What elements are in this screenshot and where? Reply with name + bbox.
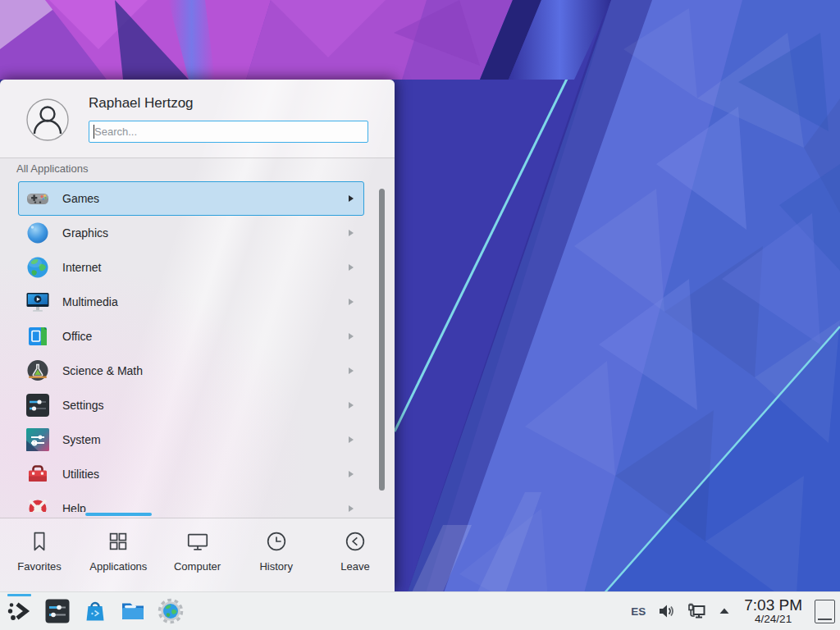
category-row-office[interactable]: Office xyxy=(18,319,364,354)
taskbar: ES 7:03 PM 4/24/21 xyxy=(0,591,840,630)
category-label: Science & Math xyxy=(62,364,143,377)
system-settings-button[interactable] xyxy=(44,598,71,624)
leave-icon xyxy=(343,529,368,554)
tab-label: History xyxy=(259,560,292,573)
category-label: Utilities xyxy=(62,468,99,481)
category-label: Help xyxy=(62,502,86,512)
tab-applications[interactable]: Applications xyxy=(79,518,158,592)
history-clock-icon xyxy=(264,529,289,554)
submenu-arrow-icon xyxy=(349,264,354,271)
category-label: Games xyxy=(62,192,99,205)
games-icon xyxy=(25,185,51,212)
category-label: Internet xyxy=(62,261,101,274)
internet-globe-icon xyxy=(25,254,51,281)
section-label-all-applications: All Applications xyxy=(16,162,395,175)
dolphin-button[interactable] xyxy=(120,598,146,624)
launcher-tabbar: Favorites Applications C xyxy=(0,518,395,592)
category-row-multimedia[interactable]: Multimedia xyxy=(18,285,364,319)
submenu-arrow-icon xyxy=(349,368,354,374)
bookmark-icon xyxy=(27,529,52,554)
show-desktop-button[interactable] xyxy=(815,600,835,623)
category-label: Settings xyxy=(62,399,104,412)
computer-icon xyxy=(185,529,210,554)
office-document-icon xyxy=(25,323,51,349)
tray-expander-caret-up-icon[interactable] xyxy=(717,604,732,619)
system-tray: ES 7:03 PM 4/24/21 xyxy=(631,592,835,630)
submenu-arrow-icon xyxy=(349,471,354,477)
graphics-sphere-icon xyxy=(25,220,51,246)
active-tab-indicator xyxy=(85,513,152,516)
submenu-arrow-icon xyxy=(349,299,354,305)
submenu-arrow-icon xyxy=(349,230,354,236)
volume-icon[interactable] xyxy=(656,601,676,621)
search-field xyxy=(89,121,368,143)
application-launcher: Raphael Hertzog All Applications xyxy=(0,80,395,592)
launcher-header: Raphael Hertzog xyxy=(0,80,395,158)
tab-label: Computer xyxy=(174,560,221,573)
digital-clock[interactable]: 7:03 PM 4/24/21 xyxy=(744,597,802,625)
submenu-arrow-icon xyxy=(349,333,354,340)
keyboard-layout-indicator[interactable]: ES xyxy=(631,605,646,618)
utilities-toolbox-icon xyxy=(25,461,51,487)
tab-label: Leave xyxy=(340,560,369,573)
help-lifesaver-icon xyxy=(25,495,51,512)
submenu-arrow-icon xyxy=(349,505,354,512)
desktop: Raphael Hertzog All Applications xyxy=(0,0,840,630)
browser-globe-icon xyxy=(158,598,184,624)
submenu-arrow-icon xyxy=(349,402,354,409)
tab-computer[interactable]: Computer xyxy=(158,518,236,592)
app-grid-icon xyxy=(106,529,130,554)
category-label: Graphics xyxy=(62,226,108,240)
category-row-settings[interactable]: Settings xyxy=(18,388,364,422)
network-icon[interactable] xyxy=(687,601,706,621)
app-launcher-button[interactable] xyxy=(7,598,33,624)
category-row-system[interactable]: System xyxy=(18,422,364,457)
category-row-internet[interactable]: Internet xyxy=(18,250,364,285)
category-label: Multimedia xyxy=(62,295,118,308)
science-flask-icon xyxy=(25,358,51,384)
clock-date: 4/24/21 xyxy=(744,614,802,625)
settings-sliders-icon xyxy=(25,392,51,418)
submenu-arrow-icon xyxy=(349,436,354,443)
tab-label: Favorites xyxy=(17,560,61,573)
discover-icon xyxy=(82,598,108,624)
category-row-games[interactable]: Games xyxy=(18,181,364,216)
user-avatar-icon[interactable] xyxy=(26,98,69,141)
browser-button[interactable] xyxy=(158,598,184,624)
user-name: Raphael Hertzog xyxy=(89,95,194,112)
tab-leave[interactable]: Leave xyxy=(316,518,395,592)
dolphin-icon xyxy=(120,598,146,624)
text-caret xyxy=(94,125,94,139)
system-settings-icon xyxy=(44,598,71,624)
clock-time: 7:03 PM xyxy=(744,597,802,614)
list-scrollbar[interactable] xyxy=(379,189,385,491)
search-input[interactable] xyxy=(89,121,368,143)
tab-favorites[interactable]: Favorites xyxy=(0,518,79,592)
category-label: Office xyxy=(62,330,92,343)
discover-button[interactable] xyxy=(82,598,108,624)
category-list: All Applications xyxy=(0,158,395,512)
submenu-arrow-icon xyxy=(349,195,354,202)
system-sliders-icon xyxy=(25,427,51,453)
tab-history[interactable]: History xyxy=(237,518,316,592)
category-row-utilities[interactable]: Utilities xyxy=(18,457,364,491)
tab-label: Applications xyxy=(89,560,147,573)
multimedia-monitor-icon xyxy=(25,289,51,315)
category-row-science-math[interactable]: Science & Math xyxy=(18,354,364,388)
category-row-help[interactable]: Help xyxy=(18,491,364,512)
kde-launcher-icon xyxy=(7,598,33,624)
category-row-graphics[interactable]: Graphics xyxy=(18,216,364,250)
task-active-indicator xyxy=(7,594,31,596)
category-label: System xyxy=(62,433,101,446)
